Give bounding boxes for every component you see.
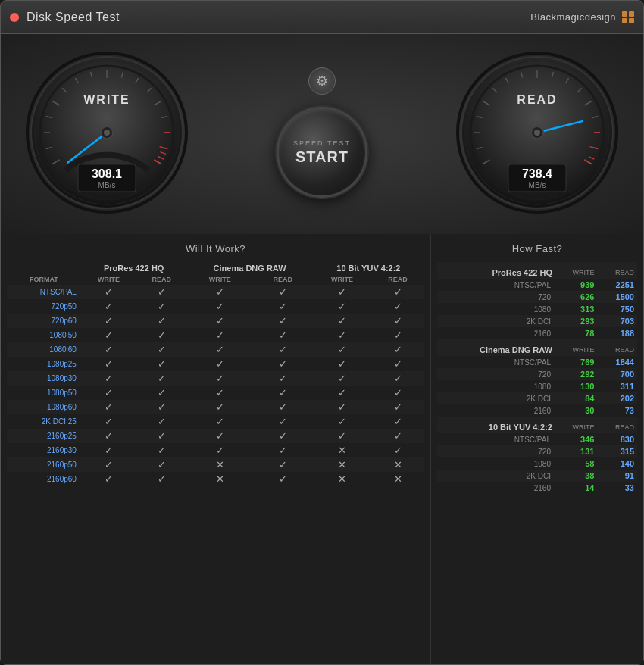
- check-cell: ✓: [253, 357, 313, 371]
- check-cell: ✓: [136, 357, 186, 371]
- check-cell: ✓: [371, 414, 424, 429]
- check-cell: ✓: [313, 299, 371, 314]
- check-cell: ✓: [81, 443, 136, 457]
- format-cell: 2160: [437, 404, 555, 417]
- read-header: READ: [597, 339, 637, 356]
- check-cell: ✓: [253, 472, 313, 486]
- list-item: 2K DCI293703: [437, 315, 637, 327]
- check-cell: ✓: [253, 314, 313, 328]
- will-it-table: ProRes 422 HQ Cinema DNG RAW 10 Bit YUV …: [7, 262, 424, 486]
- list-item: 108058140: [437, 457, 637, 470]
- read-header: READ: [597, 262, 637, 279]
- check-cell: ✕: [371, 457, 424, 472]
- write-value: 58: [555, 457, 598, 470]
- yuv-write-header: WRITE: [313, 274, 371, 285]
- read-value: 315: [597, 445, 637, 457]
- read-value: 1500: [597, 291, 637, 303]
- check-cell: ✓: [81, 285, 136, 299]
- check-cell: ✓: [136, 414, 186, 429]
- format-cell: 1080: [437, 457, 555, 470]
- format-cell: NTSC/PAL: [437, 356, 555, 368]
- check-cell: ✓: [186, 342, 253, 357]
- how-fast-title: How Fast?: [437, 243, 637, 254]
- check-cell: ✓: [136, 371, 186, 386]
- list-item: 21601433: [437, 482, 637, 494]
- table-row: 720p50✓✓✓✓✓✓: [7, 299, 424, 314]
- format-label: 1080i50: [7, 328, 81, 342]
- check-cell: ✓: [253, 400, 313, 414]
- check-cell: ✓: [186, 328, 253, 342]
- check-cell: ✓: [81, 472, 136, 486]
- check-cell: ✓: [81, 314, 136, 328]
- read-value: 202: [597, 392, 637, 404]
- check-cell: ✕: [313, 472, 371, 486]
- prores-header: ProRes 422 HQ: [81, 262, 186, 274]
- read-value: 91: [597, 470, 637, 482]
- svg-text:738.4: 738.4: [522, 167, 552, 180]
- write-header: WRITE: [555, 417, 598, 433]
- svg-text:MB/s: MB/s: [529, 181, 546, 189]
- check-cell: ✓: [136, 314, 186, 328]
- list-item: 2K DCI84202: [437, 392, 637, 404]
- check-cell: ✓: [313, 342, 371, 357]
- svg-text:WRITE: WRITE: [83, 93, 130, 106]
- start-button[interactable]: SPEED TEST START: [277, 107, 367, 198]
- list-item: NTSC/PAL7691844: [437, 356, 637, 368]
- yuv-header: 10 Bit YUV 4:2:2: [313, 262, 424, 274]
- section-label: 10 Bit YUV 4:2:2: [437, 417, 555, 433]
- table-row: 2160p50✓✓✕✓✕✕: [7, 457, 424, 472]
- write-gauge-svg: 308.1 MB/s WRITE: [23, 49, 190, 216]
- write-value: 130: [555, 380, 598, 392]
- read-value: 311: [597, 380, 637, 392]
- brand-name: Blackmagicdesign: [530, 11, 616, 23]
- check-cell: ✓: [313, 429, 371, 443]
- check-cell: ✕: [313, 457, 371, 472]
- format-label: 1080p60: [7, 400, 81, 414]
- format-label: 2160p50: [7, 457, 81, 472]
- list-item: 7206261500: [437, 291, 637, 303]
- list-item: NTSC/PAL346830: [437, 433, 637, 445]
- prores-read-header: READ: [136, 274, 186, 285]
- close-button[interactable]: [10, 13, 19, 22]
- titlebar: Disk Speed Test Blackmagicdesign: [1, 1, 643, 34]
- check-cell: ✓: [186, 386, 253, 400]
- check-cell: ✓: [186, 429, 253, 443]
- write-value: 346: [555, 433, 598, 445]
- data-area: Will It Work? ProRes 422 HQ Cinema DNG R…: [1, 234, 643, 664]
- write-value: 292: [555, 368, 598, 380]
- write-value: 30: [555, 404, 598, 417]
- read-gauge: 738.4 MB/s READ: [454, 49, 621, 216]
- check-cell: ✕: [313, 443, 371, 457]
- section-header-row: 10 Bit YUV 4:2:2WRITEREAD: [437, 417, 637, 433]
- format-cell: 2K DCI: [437, 392, 555, 404]
- format-label: 2160p60: [7, 472, 81, 486]
- cinema-dng-header: Cinema DNG RAW: [186, 262, 312, 274]
- svg-point-28: [104, 130, 110, 136]
- brand-dot-2: [629, 11, 634, 17]
- write-header: WRITE: [555, 339, 598, 356]
- format-label: 2160p25: [7, 429, 81, 443]
- format-label: 1080p25: [7, 357, 81, 371]
- write-value: 626: [555, 291, 598, 303]
- format-cell: 2160: [437, 482, 555, 494]
- check-cell: ✓: [186, 414, 253, 429]
- section-header-row: ProRes 422 HQWRITEREAD: [437, 262, 637, 279]
- check-cell: ✓: [371, 328, 424, 342]
- write-value: 131: [555, 445, 598, 457]
- check-cell: ✓: [371, 429, 424, 443]
- how-fast-table: ProRes 422 HQWRITEREADNTSC/PAL9392251720…: [437, 262, 637, 494]
- write-value: 38: [555, 470, 598, 482]
- table-row: 1080p60✓✓✓✓✓✓: [7, 400, 424, 414]
- format-cell: NTSC/PAL: [437, 433, 555, 445]
- read-value: 2251: [597, 279, 637, 291]
- brand-logo: [622, 11, 634, 23]
- settings-button[interactable]: ⚙: [308, 67, 336, 95]
- list-item: 1080130311: [437, 380, 637, 392]
- read-value: 703: [597, 315, 637, 327]
- check-cell: ✓: [81, 457, 136, 472]
- list-item: 720131315: [437, 445, 637, 457]
- table-row: 1080p50✓✓✓✓✓✓: [7, 386, 424, 400]
- check-cell: ✓: [253, 443, 313, 457]
- check-cell: ✕: [186, 472, 253, 486]
- check-cell: ✓: [371, 371, 424, 386]
